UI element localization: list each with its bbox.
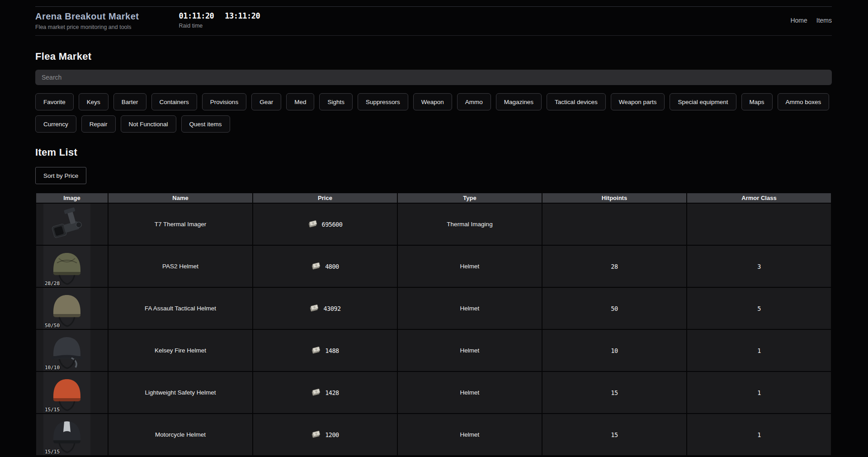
column-header-price: Price <box>253 193 397 203</box>
brand: Arena Breakout Market Flea market price … <box>35 11 139 30</box>
table-row[interactable]: T7 Thermal Imager695600Thermal Imaging <box>36 203 831 245</box>
table-row[interactable]: 15/15Motorcycle Helmet1200Helmet151 <box>36 414 831 456</box>
item-name: T7 Thermal Imager <box>108 203 253 245</box>
search-bar <box>35 70 832 85</box>
category-filter-sights[interactable]: Sights <box>319 93 353 110</box>
item-price: 4800 <box>253 245 397 287</box>
item-hitpoints: 28 <box>542 245 687 287</box>
item-image-cell: 28/28 <box>36 245 108 287</box>
table-row[interactable]: 50/50FA Assault Tactical Helmet43092Helm… <box>36 287 831 329</box>
raid-time-secondary: 13:11:20 <box>225 11 260 20</box>
item-armor-class: 1 <box>687 329 831 371</box>
category-filter-quest-items[interactable]: Quest items <box>181 115 230 133</box>
item-thumbnail: 28/28 <box>43 246 90 287</box>
item-name: Kelsey Fire Helmet <box>108 329 253 371</box>
category-filter-magazines[interactable]: Magazines <box>496 93 542 110</box>
nav-link-home[interactable]: Home <box>790 17 807 24</box>
item-image-cell: 15/15 <box>36 414 108 456</box>
category-filter-barter[interactable]: Barter <box>113 93 146 110</box>
table-header-row: ImageNamePriceTypeHitpointsArmor Class <box>36 193 831 203</box>
cash-icon <box>311 262 321 271</box>
column-header-image: Image <box>36 193 108 203</box>
table-row[interactable]: 10/10Kelsey Fire Helmet1488Helmet101 <box>36 329 831 371</box>
item-armor-class: 1 <box>687 371 831 414</box>
item-price-value: 43092 <box>323 305 340 312</box>
item-armor-class: 5 <box>687 287 831 329</box>
durability-badge: 28/28 <box>45 281 60 286</box>
item-thumbnail <box>43 204 90 245</box>
category-filter-gear[interactable]: Gear <box>251 93 281 110</box>
item-price-value: 695600 <box>322 221 343 228</box>
nav-link-items[interactable]: Items <box>816 17 832 24</box>
sort-by-price-button[interactable]: Sort by Price <box>35 167 86 184</box>
raid-time-label: Raid time <box>179 23 260 29</box>
category-filter-containers[interactable]: Containers <box>151 93 197 110</box>
item-type: Helmet <box>397 329 542 371</box>
raid-time-primary: 01:11:20 <box>179 11 214 20</box>
category-filter-favorite[interactable]: Favorite <box>35 93 74 110</box>
cash-icon <box>309 304 319 313</box>
item-hitpoints: 10 <box>542 329 687 371</box>
item-price: 1428 <box>253 371 397 414</box>
table-body: T7 Thermal Imager695600Thermal Imaging28… <box>36 203 831 456</box>
item-type: Helmet <box>397 287 542 329</box>
cash-icon <box>311 346 321 355</box>
item-name: FA Assault Tactical Helmet <box>108 287 253 329</box>
flea-market-heading: Flea Market <box>35 51 832 62</box>
category-filter-weapon[interactable]: Weapon <box>413 93 452 110</box>
category-filter-suppressors[interactable]: Suppressors <box>358 93 408 110</box>
item-hitpoints: 15 <box>542 414 687 456</box>
item-type: Thermal Imaging <box>397 203 542 245</box>
durability-badge: 10/10 <box>45 365 60 371</box>
table-row[interactable]: 15/15Lightweight Safety Helmet1428Helmet… <box>36 371 831 414</box>
category-filter-ammo-boxes[interactable]: Ammo boxes <box>778 93 830 110</box>
cash-icon <box>308 220 318 228</box>
helmet-icon <box>47 248 87 286</box>
item-price: 43092 <box>253 287 397 329</box>
item-armor-class: 1 <box>687 414 831 456</box>
helmet-icon <box>47 416 87 454</box>
category-filter-ammo[interactable]: Ammo <box>457 93 491 110</box>
category-filter-tactical-devices[interactable]: Tactical devices <box>547 93 606 110</box>
clock-panel: 01:11:20 13:11:20 Raid time <box>179 11 260 29</box>
search-input[interactable] <box>35 70 832 85</box>
item-price: 1200 <box>253 414 397 456</box>
category-filter-currency[interactable]: Currency <box>35 115 76 133</box>
item-thumbnail: 15/15 <box>43 414 90 455</box>
item-table: ImageNamePriceTypeHitpointsArmor Class T… <box>35 192 832 456</box>
category-filter-provisions[interactable]: Provisions <box>202 93 246 110</box>
category-filter-not-functional[interactable]: Not Functional <box>121 115 176 133</box>
thermal-imager-icon <box>47 205 87 243</box>
cash-icon <box>311 388 321 397</box>
durability-badge: 50/50 <box>45 323 60 328</box>
item-thumbnail: 15/15 <box>43 372 90 413</box>
item-armor-class <box>687 203 831 245</box>
column-header-hitpoints: Hitpoints <box>542 193 687 203</box>
item-price: 1488 <box>253 329 397 371</box>
column-header-type: Type <box>397 193 542 203</box>
category-filter-maps[interactable]: Maps <box>741 93 773 110</box>
item-hitpoints <box>542 203 687 245</box>
category-filter-repair[interactable]: Repair <box>81 115 116 133</box>
app-subtitle: Flea market price monitoring and tools <box>35 24 139 30</box>
category-filters: FavoriteKeysBarterContainersProvisionsGe… <box>35 93 832 133</box>
item-thumbnail: 10/10 <box>43 330 90 371</box>
item-image-cell: 50/50 <box>36 287 108 329</box>
category-filter-weapon-parts[interactable]: Weapon parts <box>611 93 665 110</box>
category-filter-special-equipment[interactable]: Special equipment <box>670 93 736 110</box>
item-name: Lightweight Safety Helmet <box>108 371 253 414</box>
durability-badge: 15/15 <box>45 449 60 455</box>
item-price-value: 4800 <box>325 263 339 270</box>
app-title: Arena Breakout Market <box>35 11 139 22</box>
item-type: Helmet <box>397 245 542 287</box>
table-row[interactable]: 28/28PAS2 Helmet4800Helmet283 <box>36 245 831 287</box>
helmet-icon <box>47 332 87 370</box>
topbar: Arena Breakout Market Flea market price … <box>35 6 832 36</box>
item-hitpoints: 15 <box>542 371 687 414</box>
category-filter-med[interactable]: Med <box>286 93 314 110</box>
category-filter-keys[interactable]: Keys <box>79 93 108 110</box>
item-name: PAS2 Helmet <box>108 245 253 287</box>
item-type: Helmet <box>397 371 542 414</box>
item-type: Helmet <box>397 414 542 456</box>
durability-badge: 15/15 <box>45 407 60 413</box>
